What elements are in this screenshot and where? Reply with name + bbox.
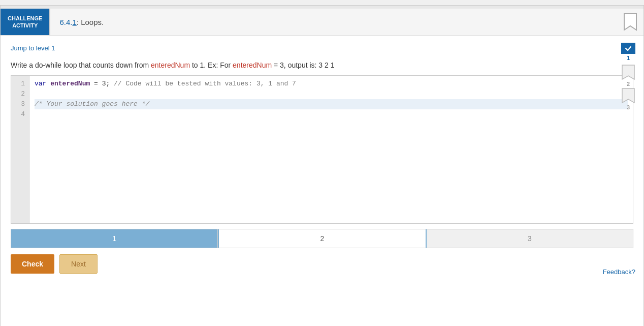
check-button[interactable]: Check	[11, 254, 54, 274]
instruction-highlight2: enteredNum	[233, 61, 272, 69]
step-tab-3[interactable]: 3	[427, 229, 633, 248]
bookmark-icon[interactable]	[617, 9, 643, 35]
main-container: CHALLENGE ACTIVITY 6.4.1: Loops. 1	[0, 5, 644, 326]
challenge-activity-label: CHALLENGE ACTIVITY	[1, 9, 49, 35]
feedback-link[interactable]: Feedback?	[603, 268, 635, 276]
next-button[interactable]: Next	[59, 254, 98, 274]
code-line-3: /* Your solution goes here */	[35, 99, 628, 109]
badge-2-number: 2	[627, 81, 630, 87]
challenge-title: 6.4.1: Loops.	[49, 9, 617, 35]
instruction-middle: to 1. Ex: For	[190, 61, 233, 69]
challenge-title-link[interactable]: 1	[72, 18, 76, 26]
main-content: 1 2 3 Jump t	[1, 36, 643, 282]
instruction-highlight1: enteredNum	[151, 61, 190, 69]
challenge-title-prefix: 6.4.	[59, 18, 72, 26]
line-num-1: 1	[15, 79, 25, 89]
code-line-4	[35, 109, 628, 120]
instruction-before: Write a do-while loop that counts down f…	[11, 61, 151, 69]
line-num-3: 3	[15, 99, 25, 109]
challenge-header: CHALLENGE ACTIVITY 6.4.1: Loops.	[1, 9, 643, 36]
level-badge-1[interactable]: 1	[620, 43, 636, 61]
line-num-2: 2	[15, 89, 25, 99]
jump-to-level-link[interactable]: Jump to level 1	[11, 44, 55, 52]
step-tabs: 1 2 3	[11, 229, 633, 248]
code-content[interactable]: var enteredNum = 3; // Code will be test…	[29, 76, 633, 223]
button-row: Check Next	[11, 254, 633, 274]
code-line-1: var enteredNum = 3; // Code will be test…	[35, 79, 628, 89]
badge-3-number: 3	[627, 104, 630, 110]
step-tab-1[interactable]: 1	[11, 229, 218, 248]
code-line-2	[35, 89, 628, 99]
line-numbers: 1 2 3 4	[11, 76, 29, 223]
level-badge-2[interactable]: 2	[620, 66, 636, 84]
instruction-end: = 3, output is: 3 2 1	[272, 61, 334, 69]
badge-1-number: 1	[627, 55, 630, 61]
step-tab-2[interactable]: 2	[218, 229, 426, 248]
code-editor[interactable]: 1 2 3 4 var enteredNum = 3; // Code will…	[11, 75, 633, 224]
level-badge-3[interactable]: 3	[620, 90, 636, 108]
level-badges: 1 2 3	[620, 43, 636, 108]
instruction-text: Write a do-while loop that counts down f…	[11, 61, 633, 69]
challenge-title-suffix: : Loops.	[77, 18, 104, 26]
line-num-4: 4	[15, 109, 25, 120]
